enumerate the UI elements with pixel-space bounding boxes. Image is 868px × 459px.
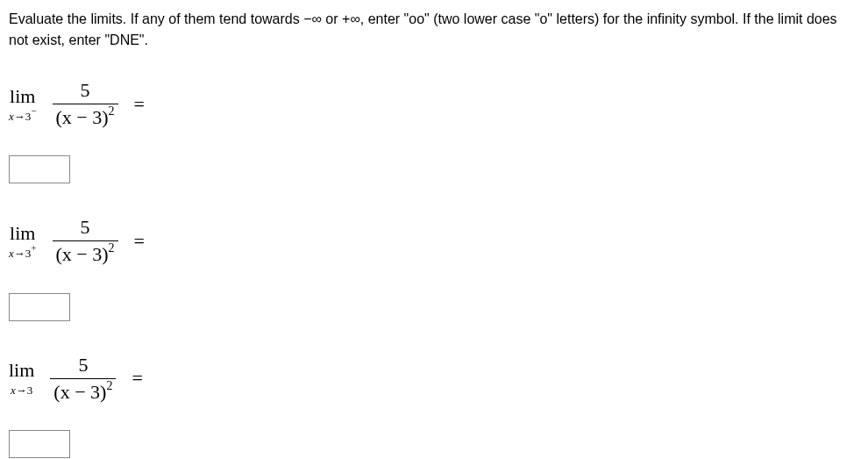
answer-input-3[interactable] [9, 430, 70, 458]
lim-text: lim [10, 87, 35, 106]
arrow-icon: → [14, 247, 25, 260]
equals-sign: = [132, 367, 142, 390]
limit-problem-3: lim x→3 5 (x − 3)2 = [9, 352, 859, 405]
approach-sign: + [31, 242, 36, 253]
denom-base: (x − 3) [56, 106, 109, 128]
denom-exp: 2 [106, 379, 112, 392]
denom-exp: 2 [109, 104, 115, 118]
limit-operator-3: lim x→3 [9, 361, 34, 396]
limit-problem-1: lim x→3− 5 (x − 3)2 = [9, 77, 859, 131]
numerator: 5 [74, 214, 97, 240]
instructions-text: Evaluate the limits. If any of them tend… [9, 9, 859, 51]
approach-sign: − [31, 105, 36, 116]
denominator: (x − 3)2 [53, 241, 118, 268]
equals-sign: = [134, 230, 145, 253]
denom-base: (x − 3) [53, 381, 106, 403]
lim-text: lim [9, 361, 34, 380]
answer-input-2[interactable] [9, 293, 70, 321]
lim-sub: x→3 [11, 382, 32, 396]
arrow-icon: → [16, 384, 27, 397]
approach-value: 3 [27, 384, 33, 397]
limit-operator-2: lim x→3+ [9, 224, 37, 259]
arrow-icon: → [14, 110, 25, 123]
limit-operator-1: lim x→3− [9, 87, 37, 122]
numerator: 5 [71, 352, 95, 378]
fraction-1: 5 (x − 3)2 [53, 77, 118, 131]
denom-exp: 2 [109, 241, 115, 255]
fraction-3: 5 (x − 3)2 [50, 352, 116, 405]
lim-sub: x→3− [9, 108, 37, 122]
limit-problem-2: lim x→3+ 5 (x − 3)2 = [9, 214, 859, 268]
denom-base: (x − 3) [56, 244, 109, 266]
answer-input-1[interactable] [9, 155, 70, 183]
fraction-2: 5 (x − 3)2 [53, 214, 118, 268]
lim-sub: x→3+ [9, 245, 37, 259]
denominator: (x − 3)2 [53, 104, 118, 131]
lim-text: lim [10, 224, 35, 243]
numerator: 5 [74, 77, 97, 104]
denominator: (x − 3)2 [50, 379, 116, 405]
equals-sign: = [134, 93, 145, 116]
